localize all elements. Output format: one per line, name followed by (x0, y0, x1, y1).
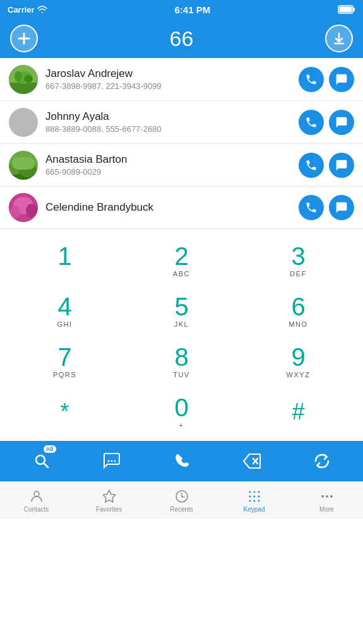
keypad-tab-icon (247, 489, 262, 504)
phone-icon (305, 159, 318, 172)
key-2[interactable]: 2 ABC (123, 235, 240, 286)
tab-keypad-label: Keypad (244, 506, 265, 513)
svg-rect-15 (12, 157, 35, 170)
keypad-area: 1 2 ABC 3 DEF 4 GHI 5 JKL 6 MNO 7 PQRS 8 (0, 229, 363, 441)
message-action-button[interactable] (96, 445, 128, 477)
call-button[interactable] (299, 195, 324, 220)
battery-icon (338, 5, 355, 14)
contact-row[interactable]: Jaroslav Andrejew 667-3898-9987, 221-394… (0, 58, 363, 101)
battery-indicator (338, 5, 355, 14)
svg-point-10 (24, 75, 33, 83)
carrier-wifi: Carrier (8, 5, 47, 15)
key-4[interactable]: 4 GHI (6, 286, 123, 336)
key-9[interactable]: 9 WXYZ (240, 336, 357, 387)
svg-rect-7 (9, 83, 38, 94)
phone-action-icon (173, 452, 191, 470)
contacts-list: Jaroslav Andrejew 667-3898-9987, 221-394… (0, 58, 363, 229)
call-button[interactable] (299, 153, 324, 178)
key-6[interactable]: 6 MNO (240, 286, 357, 336)
key-digit: 7 (57, 344, 71, 370)
key-8[interactable]: 8 TUV (123, 336, 240, 387)
svg-point-32 (258, 491, 259, 493)
svg-point-33 (249, 495, 251, 497)
key-digit: 1 (57, 243, 71, 269)
tab-recents[interactable]: Recents (145, 482, 218, 519)
add-contact-button[interactable] (10, 25, 38, 52)
search-all-button[interactable]: All (26, 445, 57, 477)
search-icon (33, 453, 50, 469)
key-letters: JKL (174, 320, 189, 328)
contact-info: Jaroslav Andrejew 667-3898-9987, 221-394… (45, 67, 299, 91)
message-button[interactable] (329, 153, 354, 178)
more-tab-icon (319, 489, 335, 504)
message-button[interactable] (329, 67, 354, 92)
key-letters: DEF (290, 270, 307, 278)
contact-row[interactable]: Celendine Brandybuck (0, 187, 363, 228)
key-0[interactable]: 0 + (123, 387, 240, 437)
avatar-image-3 (9, 151, 38, 180)
contact-phones: 667-3898-9987, 221-3943-9099 (45, 81, 299, 91)
backspace-icon (242, 453, 261, 469)
key-5[interactable]: 5 JKL (123, 286, 240, 336)
svg-point-27 (34, 491, 39, 496)
tab-more-label: More (319, 506, 334, 513)
key-letters: GHI (57, 320, 72, 328)
key-star[interactable]: * (6, 387, 123, 437)
download-button[interactable] (325, 25, 353, 52)
key-3[interactable]: 3 DEF (240, 235, 357, 286)
tab-keypad[interactable]: Keypad (218, 482, 290, 519)
contact-phones: 888-3889-0088, 555-6677-2680 (45, 124, 299, 134)
chat-icon (335, 201, 348, 214)
avatar (9, 193, 38, 222)
svg-point-36 (249, 500, 251, 501)
tab-favorites[interactable]: Favorites (73, 482, 145, 519)
carrier-label: Carrier (8, 5, 35, 15)
tab-bar: Contacts Favorites Recents (0, 481, 363, 519)
key-digit: # (292, 399, 304, 425)
avatar (9, 151, 38, 180)
key-1[interactable]: 1 (6, 235, 123, 286)
call-button[interactable] (299, 67, 324, 92)
contact-actions (299, 195, 354, 220)
contact-phones: 665-9089-0029 (45, 167, 299, 177)
chat-icon (335, 159, 348, 172)
key-letters: + (179, 421, 184, 429)
key-letters: PQRS (53, 371, 76, 378)
phone-icon (305, 116, 318, 129)
svg-point-23 (110, 460, 112, 462)
message-button[interactable] (329, 195, 354, 220)
svg-point-35 (258, 495, 259, 497)
key-digit: 6 (291, 294, 305, 319)
svg-point-39 (321, 495, 324, 498)
phone-icon (305, 201, 318, 214)
key-letters: MNO (289, 320, 307, 328)
call-button[interactable] (299, 110, 324, 135)
key-7[interactable]: 7 PQRS (6, 336, 123, 387)
key-letters: TUV (173, 371, 190, 378)
chat-icon (335, 73, 348, 86)
call-action-button[interactable] (166, 445, 198, 477)
avatar (9, 108, 38, 137)
all-badge: All (44, 445, 56, 453)
tab-contacts-label: Contacts (24, 506, 49, 513)
contact-name: Celendine Brandybuck (45, 201, 299, 214)
svg-line-21 (44, 464, 48, 468)
svg-rect-1 (354, 8, 355, 11)
contact-row[interactable]: Anastasia Barton 665-9089-0029 (0, 144, 363, 187)
tab-more[interactable]: More (290, 482, 363, 519)
key-hash[interactable]: # (240, 387, 357, 437)
svg-point-37 (253, 500, 255, 501)
contact-row[interactable]: Johnny Ayala 888-3889-0088, 555-6677-268… (0, 101, 363, 144)
message-button[interactable] (329, 110, 354, 135)
contact-name: Jaroslav Andrejew (45, 67, 299, 80)
tab-contacts[interactable]: Contacts (0, 482, 73, 519)
action-bar: All (0, 441, 363, 481)
svg-point-31 (253, 491, 255, 493)
delete-action-button[interactable] (236, 445, 268, 477)
key-letters: ABC (173, 270, 190, 278)
refresh-action-button[interactable] (306, 445, 338, 477)
key-digit: 5 (174, 294, 188, 319)
contact-name: Anastasia Barton (45, 153, 299, 166)
svg-marker-28 (103, 490, 116, 502)
contact-info: Anastasia Barton 665-9089-0029 (45, 153, 299, 177)
